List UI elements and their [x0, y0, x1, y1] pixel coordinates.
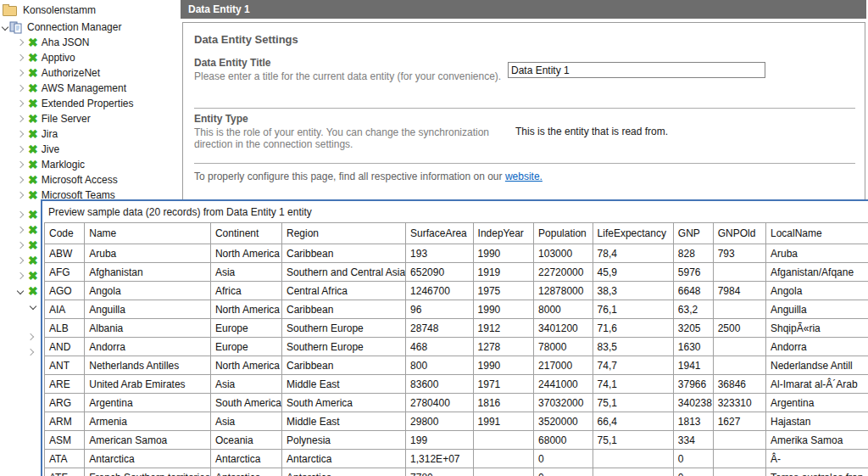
table-cell[interactable]: 38,3: [593, 282, 673, 300]
chevron-collapsed-icon[interactable]: [17, 54, 24, 61]
table-cell[interactable]: 1990: [473, 356, 534, 375]
table-cell[interactable]: 828: [673, 244, 713, 263]
table-cell[interactable]: Oceania: [210, 431, 281, 450]
column-header[interactable]: Code: [45, 223, 85, 244]
table-cell[interactable]: 8000: [534, 300, 593, 319]
table-cell[interactable]: 37032000: [534, 394, 593, 412]
table-cell[interactable]: South America: [210, 394, 281, 412]
chevron-collapsed-icon[interactable]: [17, 115, 24, 122]
table-cell[interactable]: Anguilla: [85, 300, 211, 319]
table-cell[interactable]: 0: [534, 450, 593, 468]
chevron-collapsed-icon[interactable]: [17, 70, 24, 76]
table-cell[interactable]: 1,312E+07: [406, 450, 473, 468]
table-cell[interactable]: Middle East: [282, 412, 406, 431]
tree-item-hidden[interactable]: ✖: [18, 222, 38, 238]
chevron-collapsed-icon[interactable]: [17, 146, 24, 153]
table-cell[interactable]: 1627: [713, 412, 765, 431]
column-header[interactable]: GNP: [673, 223, 713, 244]
table-cell[interactable]: 1990: [473, 244, 534, 263]
table-cell[interactable]: 468: [406, 338, 473, 356]
table-cell[interactable]: 78000: [534, 338, 593, 356]
chevron-collapsed-icon[interactable]: [17, 272, 24, 279]
tree-item-konsolenstamm[interactable]: Konsolenstamm: [3, 3, 96, 18]
table-cell[interactable]: Argentina: [85, 394, 211, 412]
tree-item-extended-properties[interactable]: ✖Extended Properties: [18, 96, 133, 111]
table-cell[interactable]: AGO: [45, 282, 85, 300]
table-cell[interactable]: 22720000: [534, 263, 593, 282]
table-cell[interactable]: ARM: [45, 412, 85, 431]
table-cell[interactable]: Angola: [85, 282, 211, 300]
tree-item-hidden[interactable]: ✖: [18, 283, 38, 299]
chevron-collapsed-icon[interactable]: [17, 227, 24, 233]
table-cell[interactable]: 71,6: [593, 319, 673, 338]
table-cell[interactable]: Afganistan/Afqane: [766, 263, 868, 282]
chevron-collapsed-icon[interactable]: [17, 211, 24, 218]
column-header[interactable]: LifeExpectancy: [593, 223, 673, 244]
table-cell[interactable]: Anguilla: [766, 300, 868, 319]
table-cell[interactable]: 340238: [673, 394, 713, 412]
table-cell[interactable]: 1278: [473, 338, 534, 356]
chevron-expanded-icon[interactable]: [17, 288, 24, 294]
table-cell[interactable]: Antarctica: [210, 450, 281, 468]
column-header[interactable]: SurfaceArea: [406, 223, 473, 244]
table-cell[interactable]: Albania: [85, 319, 211, 338]
table-cell[interactable]: Central Africa: [282, 282, 406, 300]
tree-item-aha-json[interactable]: ✖Aha JSON: [18, 35, 89, 50]
table-cell[interactable]: South America: [282, 394, 406, 412]
table-cell[interactable]: 28748: [406, 319, 473, 338]
table-cell[interactable]: 74,1: [593, 375, 673, 394]
table-cell[interactable]: 37966: [673, 375, 713, 394]
table-cell[interactable]: 12878000: [534, 282, 593, 300]
table-cell[interactable]: 793: [713, 244, 765, 263]
table-cell[interactable]: 3401200: [534, 319, 593, 338]
table-cell[interactable]: 68000: [534, 431, 593, 450]
chevron-collapsed-icon[interactable]: [17, 192, 24, 199]
table-cell[interactable]: 323310: [713, 394, 765, 412]
table-cell[interactable]: 76,1: [593, 300, 673, 319]
table-cell[interactable]: [473, 468, 534, 476]
table-cell[interactable]: [473, 431, 534, 450]
table-cell[interactable]: Angola: [766, 282, 868, 300]
table-cell[interactable]: 199: [406, 431, 473, 450]
table-cell[interactable]: 66,4: [593, 412, 673, 431]
table-cell[interactable]: 1912: [473, 319, 534, 338]
tree-item-connection-manager[interactable]: Connection Manager: [3, 20, 121, 35]
column-header[interactable]: LocalName: [766, 223, 868, 244]
tree-item-jive[interactable]: ✖Jive: [18, 142, 59, 157]
table-cell[interactable]: 96: [406, 300, 473, 319]
chevron-collapsed-icon[interactable]: [17, 257, 24, 264]
table-cell[interactable]: 29800: [406, 412, 473, 431]
table-cell[interactable]: ATF: [45, 468, 85, 476]
tree-item-hidden[interactable]: ✖: [18, 253, 38, 268]
table-cell[interactable]: [713, 431, 765, 450]
chevron-collapsed-icon[interactable]: [27, 333, 34, 340]
table-cell[interactable]: ASM: [45, 431, 85, 450]
table-cell[interactable]: [713, 450, 765, 468]
table-cell[interactable]: 2780400: [406, 394, 473, 412]
column-header[interactable]: Population: [534, 223, 593, 244]
table-cell[interactable]: [713, 263, 765, 282]
table-cell[interactable]: AIA: [45, 300, 85, 319]
table-cell[interactable]: Southern Europe: [282, 338, 406, 356]
tree-item-authorizenet[interactable]: ✖AuthorizeNet: [18, 65, 100, 81]
tree-item-microsoft-access[interactable]: ✖Microsoft Access: [18, 172, 118, 188]
tree-item-jira[interactable]: ✖Jira: [18, 126, 58, 142]
table-cell[interactable]: Nederlandse Antill: [766, 356, 868, 375]
table-cell[interactable]: Asia: [210, 412, 281, 431]
table-cell[interactable]: 75,1: [593, 394, 673, 412]
table-cell[interactable]: American Samoa: [85, 431, 211, 450]
table-cell[interactable]: ALB: [45, 319, 85, 338]
table-cell[interactable]: 36846: [713, 375, 765, 394]
table-cell[interactable]: 45,9: [593, 263, 673, 282]
table-cell[interactable]: Â-: [766, 450, 868, 468]
table-cell[interactable]: French Southern territories: [85, 468, 211, 476]
table-cell[interactable]: 75,1: [593, 431, 673, 450]
table-cell[interactable]: [713, 356, 765, 375]
table-cell[interactable]: 1246700: [406, 282, 473, 300]
table-cell[interactable]: 1919: [473, 263, 534, 282]
table-cell[interactable]: North America: [210, 300, 281, 319]
tree-item-apptivo[interactable]: ✖Apptivo: [18, 50, 75, 65]
table-cell[interactable]: Africa: [210, 282, 281, 300]
table-cell[interactable]: United Arab Emirates: [85, 375, 211, 394]
table-cell[interactable]: Antarctica: [210, 468, 281, 476]
